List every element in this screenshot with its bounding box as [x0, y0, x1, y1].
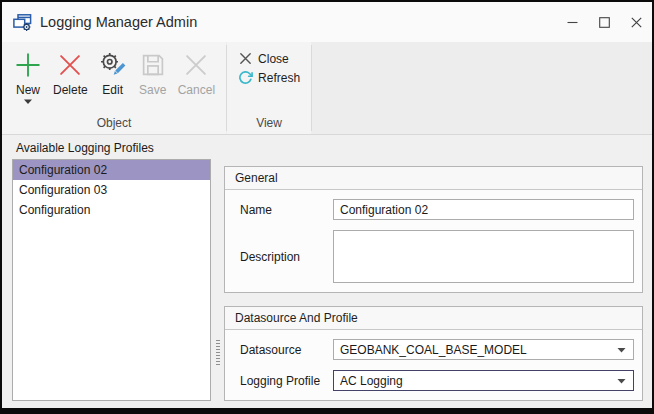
- window-controls: [556, 2, 652, 42]
- maximize-icon: [599, 17, 610, 28]
- window-title: Logging Manager Admin: [40, 14, 556, 30]
- name-input[interactable]: [333, 199, 634, 220]
- maximize-button[interactable]: [588, 2, 620, 42]
- ribbon-group-view: Close Refresh View: [227, 42, 311, 134]
- save-button[interactable]: Save: [133, 46, 173, 97]
- name-label: Name: [240, 203, 333, 217]
- datasource-profile-groupbox-header: Datasource And Profile: [225, 307, 642, 330]
- close-view-button[interactable]: Close: [233, 50, 305, 67]
- logging-profile-dropdown-value: AC Logging: [340, 374, 617, 388]
- list-item[interactable]: Configuration: [13, 200, 210, 220]
- general-groupbox-header: General: [225, 167, 642, 190]
- save-floppy-icon: [138, 50, 168, 80]
- refresh-button[interactable]: Refresh: [233, 69, 305, 86]
- available-profiles-header: Available Logging Profiles: [2, 135, 652, 159]
- list-item[interactable]: Configuration 02: [13, 160, 210, 180]
- datasource-dropdown-value: GEOBANK_COAL_BASE_MODEL: [340, 343, 617, 357]
- edit-gear-pencil-icon: [98, 50, 128, 80]
- list-item[interactable]: Configuration 03: [13, 180, 210, 200]
- new-button-label: New: [16, 83, 40, 97]
- close-x-icon: [238, 51, 253, 66]
- details-panel: General Name Description Datasource And: [224, 159, 643, 401]
- chevron-down-icon: [617, 378, 626, 384]
- general-groupbox: General Name Description: [224, 166, 643, 293]
- titlebar: Logging Manager Admin: [2, 2, 652, 42]
- datasource-label: Datasource: [240, 343, 333, 357]
- logging-profile-label: Logging Profile: [240, 374, 333, 388]
- datasource-profile-groupbox: Datasource And Profile Datasource GEOBAN…: [224, 306, 643, 401]
- edit-button[interactable]: Edit: [93, 46, 133, 97]
- logging-manager-icon: [12, 12, 33, 33]
- datasource-dropdown[interactable]: GEOBANK_COAL_BASE_MODEL: [333, 339, 634, 360]
- ribbon-empty-area: [312, 42, 652, 134]
- cancel-button-label: Cancel: [178, 83, 215, 97]
- logging-profiles-list[interactable]: Configuration 02 Configuration 03 Config…: [12, 159, 211, 401]
- description-input[interactable]: [333, 230, 634, 283]
- save-button-label: Save: [139, 83, 166, 97]
- logging-manager-admin-window: Logging Manager Admin New: [0, 0, 654, 414]
- close-icon: [631, 17, 642, 28]
- cancel-x-icon: [181, 50, 211, 80]
- view-group-label: View: [233, 115, 305, 134]
- delete-x-icon: [55, 50, 85, 80]
- new-dropdown-caret-icon: [24, 99, 32, 104]
- chevron-down-icon: [617, 347, 626, 353]
- minimize-icon: [567, 17, 578, 28]
- close-view-label: Close: [258, 52, 289, 66]
- new-plus-icon: [13, 50, 43, 80]
- refresh-icon: [238, 70, 253, 85]
- ribbon-toolbar: New Delete: [2, 42, 652, 135]
- cancel-button[interactable]: Cancel: [173, 46, 220, 97]
- object-group-label: Object: [8, 115, 220, 134]
- delete-button-label: Delete: [53, 83, 88, 97]
- logging-profile-dropdown[interactable]: AC Logging: [333, 370, 634, 391]
- close-window-button[interactable]: [620, 2, 652, 42]
- refresh-label: Refresh: [258, 71, 300, 85]
- delete-button[interactable]: Delete: [48, 46, 93, 97]
- content-area: Available Logging Profiles Configuration…: [2, 135, 652, 408]
- ribbon-group-object: New Delete: [2, 42, 226, 134]
- panel-splitter[interactable]: [211, 159, 224, 401]
- edit-button-label: Edit: [102, 83, 123, 97]
- minimize-button[interactable]: [556, 2, 588, 42]
- splitter-grip-icon: [216, 340, 220, 367]
- description-label: Description: [240, 250, 333, 264]
- new-button[interactable]: New: [8, 46, 48, 104]
